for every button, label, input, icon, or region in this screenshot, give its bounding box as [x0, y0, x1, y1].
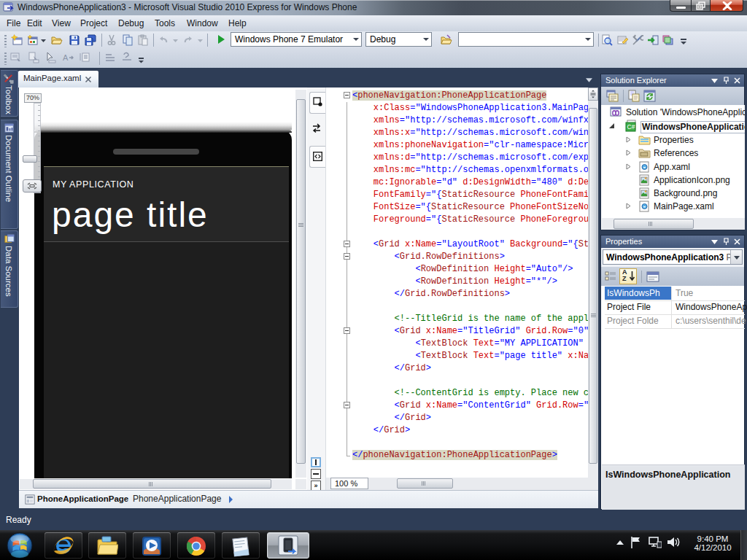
svg-text:A: A	[63, 53, 69, 62]
svg-text:C#: C#	[627, 123, 635, 131]
